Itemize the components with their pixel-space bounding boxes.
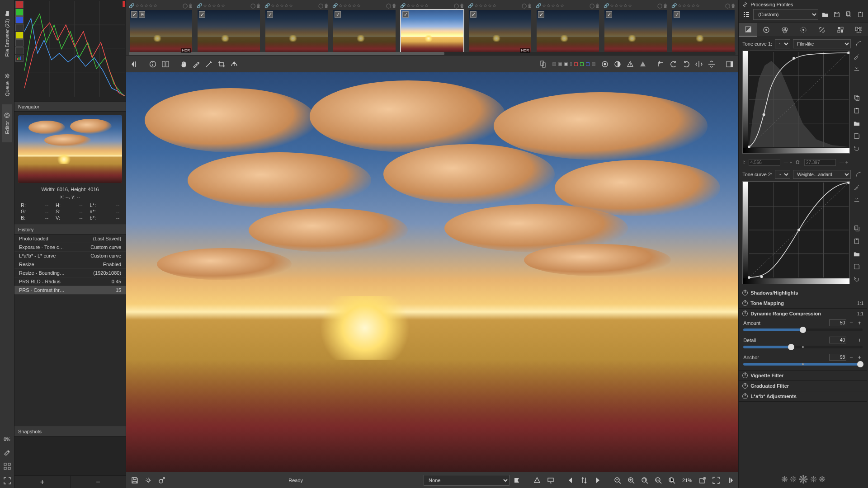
drc-anchor-value[interactable] — [829, 354, 846, 361]
zoom-out-icon[interactable] — [612, 474, 623, 486]
tool-tab-advanced[interactable] — [794, 23, 813, 37]
filmstrip-thumb[interactable]: 🔗☆☆☆☆☆◯🗑⎘HDR — [129, 2, 193, 55]
hist-luma-toggle[interactable] — [15, 24, 24, 31]
new-detail-window-icon[interactable] — [697, 474, 708, 486]
queue-add-icon[interactable] — [142, 474, 154, 486]
tab-queue[interactable]: Queue — [3, 65, 12, 104]
next-image-icon[interactable] — [592, 474, 604, 486]
drc-detail-slider[interactable] — [743, 346, 863, 348]
warning-sharp-icon[interactable] — [624, 58, 636, 70]
zoom-crop-icon[interactable] — [666, 474, 678, 486]
wb-picker-icon[interactable] — [203, 58, 215, 70]
pp-mode-icon[interactable] — [741, 9, 751, 19]
history-row[interactable]: Photo loaded(Last Saved) — [14, 235, 126, 243]
hist-bar-toggle[interactable] — [15, 55, 24, 62]
crop-icon[interactable] — [216, 58, 227, 70]
tool-tab-transform[interactable] — [813, 23, 831, 37]
thumb-checkbox[interactable] — [199, 11, 205, 18]
history-row[interactable]: PRS - Contrast thr…15 — [14, 286, 126, 295]
tone-curve-1-auto-icon[interactable] — [854, 39, 863, 49]
tone-curve-2-auto-icon[interactable] — [854, 169, 863, 179]
filmstrip-thumb[interactable]: 🔗☆☆☆☆☆◯🗑HDR — [468, 2, 532, 55]
curve1-load-icon[interactable] — [852, 118, 862, 128]
external-editor-icon[interactable] — [156, 474, 168, 486]
hist-mode-toggle[interactable] — [15, 47, 24, 54]
toggle-right-panel2-icon[interactable] — [724, 474, 736, 486]
drc-amount-slider[interactable] — [743, 328, 863, 331]
tab-editor[interactable]: Editor — [2, 104, 12, 142]
main-preview[interactable] — [126, 72, 738, 472]
tone-curve-1-mode[interactable]: Film-like — [793, 39, 851, 48]
hist-raw-toggle[interactable] — [15, 39, 24, 47]
history-row[interactable]: PRS RLD - Radius0.45 — [14, 277, 126, 286]
warning-focus-icon[interactable] — [637, 58, 649, 70]
grid-toggle-icon[interactable] — [2, 461, 13, 472]
io-i-value[interactable] — [749, 159, 780, 166]
thumb-checkbox[interactable] — [606, 11, 612, 18]
curve1-paste-icon[interactable] — [852, 106, 862, 116]
pp-save-icon[interactable] — [832, 9, 842, 19]
thumb-checkbox[interactable] — [131, 11, 137, 18]
curve2-paste-icon[interactable] — [852, 236, 862, 246]
hand-tool-icon[interactable] — [178, 58, 189, 70]
rotate-90-ccw-icon[interactable] — [668, 58, 679, 70]
flip-v-icon[interactable] — [706, 58, 717, 70]
hist-red-toggle[interactable] — [15, 1, 24, 8]
snapshot-add-button[interactable]: + — [14, 476, 71, 488]
hist-blue-toggle[interactable] — [15, 16, 24, 23]
tone-curve-2-mode[interactable]: Weighte…andard — [793, 170, 851, 179]
filmstrip-thumb[interactable]: 🔗☆☆☆☆☆◯🗑 — [332, 2, 396, 55]
drc-detail-minus[interactable]: − — [848, 337, 854, 343]
section-tone-mapping[interactable]: Tone Mapping1:1 — [739, 298, 867, 308]
curve2-load-icon[interactable] — [852, 249, 862, 259]
curve1-pipette-icon[interactable] — [852, 52, 862, 61]
gamut-icon[interactable] — [531, 474, 543, 486]
curve2-save-icon[interactable] — [852, 262, 862, 272]
section-lab-adjustments[interactable]: L*a*b* Adjustments — [739, 391, 867, 401]
fullscreen-preview-icon[interactable] — [710, 474, 722, 486]
pp-load-icon[interactable] — [820, 9, 830, 19]
drc-amount-value[interactable] — [829, 319, 846, 326]
thumb-checkbox[interactable] — [335, 11, 341, 18]
curve1-reset-icon[interactable] — [852, 144, 862, 154]
curve2-pipette-icon[interactable] — [852, 182, 862, 192]
io-o-value[interactable] — [804, 159, 836, 166]
drc-anchor-minus[interactable]: − — [848, 354, 854, 361]
tool-tab-color[interactable] — [776, 23, 794, 37]
filmstrip-scrollbar[interactable] — [129, 52, 736, 55]
render-intent-select[interactable]: None — [424, 475, 509, 486]
filmstrip-thumb[interactable]: 🔗☆☆☆☆☆◯🗑 — [604, 2, 668, 55]
tone-curve-2-editor[interactable] — [742, 181, 850, 284]
history-row[interactable]: Resize - Bounding…(868x488) — [14, 269, 126, 277]
toggle-left-panel-icon[interactable] — [129, 58, 141, 70]
tone-curve-2-type[interactable]: 〰 — [775, 170, 790, 179]
toggle-right-panel-icon[interactable] — [724, 58, 736, 70]
zoom-100-icon[interactable]: 1:1 — [652, 474, 664, 486]
before-after-icon[interactable] — [160, 58, 171, 70]
tone-curve-1-type[interactable]: 〰 — [775, 39, 790, 48]
tool-tab-meta[interactable]: META — [849, 23, 868, 37]
section-graduated-filter[interactable]: Graduated Filter — [739, 381, 867, 391]
history-row[interactable]: L*a*b* - L* curveCustom curve — [14, 252, 126, 260]
hist-chroma-toggle[interactable] — [15, 32, 24, 39]
drc-amount-plus[interactable]: + — [856, 320, 863, 326]
curve1-edit-point-icon[interactable] — [852, 64, 862, 74]
shadow-clip-icon[interactable] — [612, 58, 623, 70]
curve2-copy-icon[interactable] — [852, 224, 862, 234]
pp-paste-icon[interactable] — [855, 9, 865, 19]
history-row[interactable]: ResizeEnabled — [14, 260, 126, 269]
highlight-clip-icon[interactable] — [599, 58, 611, 70]
zoom-in-icon[interactable] — [625, 474, 637, 486]
monitor-profile-icon[interactable] — [545, 474, 557, 486]
thumb-checkbox[interactable] — [267, 11, 273, 18]
straighten-icon[interactable] — [228, 58, 240, 70]
snapshot-remove-button[interactable]: − — [71, 476, 126, 488]
edit-path-icon[interactable] — [2, 446, 13, 457]
drc-detail-value[interactable] — [829, 337, 846, 343]
rotate-left-icon[interactable] — [655, 58, 667, 70]
filmstrip-thumb[interactable]: 🔗☆☆☆☆☆◯🗑 — [671, 2, 736, 55]
hist-green-toggle[interactable] — [15, 9, 24, 16]
drc-amount-minus[interactable]: − — [848, 320, 854, 326]
tab-file-browser[interactable]: File Browser (23) — [3, 3, 12, 65]
curve1-copy-icon[interactable] — [852, 93, 862, 103]
